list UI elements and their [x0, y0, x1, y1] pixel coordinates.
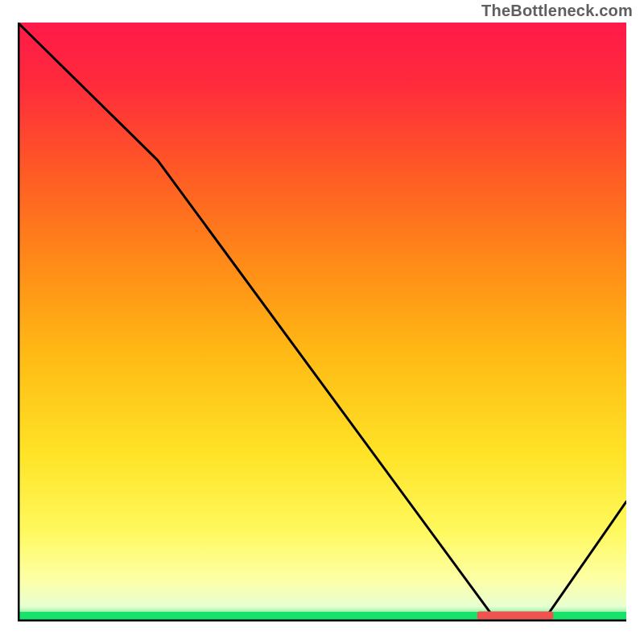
plot-area — [18, 23, 626, 621]
chart-svg — [18, 23, 626, 621]
attribution-label: TheBottleneck.com — [481, 2, 633, 20]
chart-container: TheBottleneck.com — [0, 0, 644, 644]
minimum-band-marker — [477, 611, 554, 619]
